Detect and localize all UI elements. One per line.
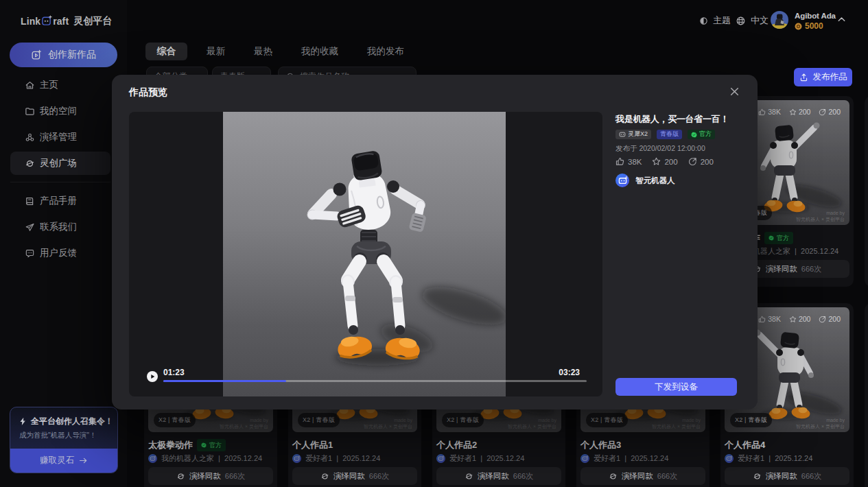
robot-face-icon [617,175,629,187]
publish-work-button[interactable]: 发布作品 [794,68,852,86]
progress-bar[interactable] [163,380,587,382]
author-row[interactable]: 智元机器人 [615,174,740,187]
publish-date: 发布于 2020/02/02 12:00:00 [615,144,740,154]
share-icon [688,157,697,166]
official-tag: 官方 [688,130,715,139]
stars-stat[interactable]: 200 [652,157,677,166]
robot-video-image [223,112,506,396]
star-icon [652,157,661,166]
verified-icon [691,132,697,138]
robot-face-icon [619,131,626,138]
close-icon [729,86,740,97]
edition-tag: 青春版 [657,130,682,139]
modal-title: 作品预览 [129,86,167,99]
upload-icon [799,73,808,82]
close-button[interactable] [729,86,742,99]
work-stats: 38K 200 200 [615,157,740,166]
work-details-panel: 我是机器人，买一台省一百！ 灵犀X2 青春版 官方 发布于 2020/02/02… [615,113,740,187]
shares-stat[interactable]: 200 [688,157,714,166]
work-title: 我是机器人，买一台省一百！ [615,113,740,125]
video-frame [223,112,506,396]
author-avatar [615,174,629,187]
model-tag: 灵犀X2 [615,130,651,139]
duration-time: 03:23 [559,368,580,377]
current-time: 01:23 [163,368,185,377]
progress-fill [163,380,286,382]
preview-modal: 作品预览 01:23 03:23 我是机器人，买一台省一百！ 灵犀X2 青春版 [112,75,758,409]
work-tags: 灵犀X2 青春版 官方 [615,130,740,139]
send-to-device-button[interactable]: 下发到设备 [615,378,737,396]
video-player[interactable]: 01:23 03:23 [129,112,602,396]
likes-stat[interactable]: 38K [615,157,642,166]
play-button[interactable] [147,371,159,383]
thumbs-up-icon [615,157,624,166]
